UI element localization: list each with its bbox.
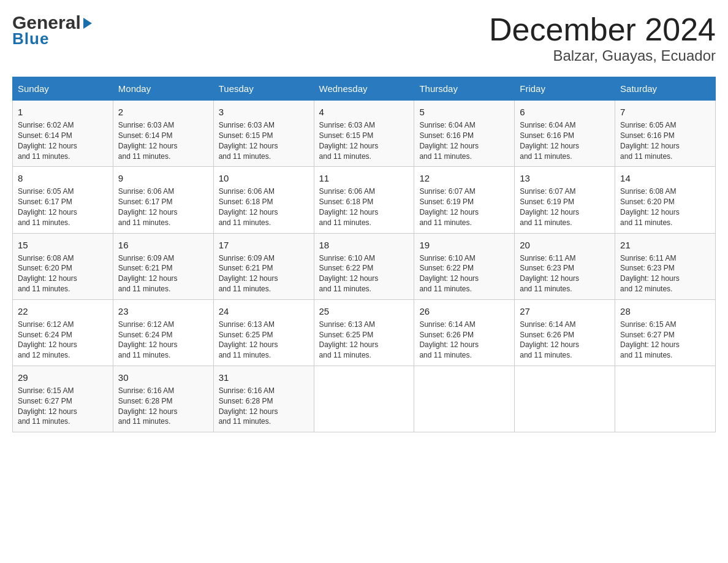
calendar-week-4: 22Sunrise: 6:12 AMSunset: 6:24 PMDayligh… xyxy=(13,299,716,366)
calendar-cell: 16Sunrise: 6:09 AMSunset: 6:21 PMDayligh… xyxy=(113,233,213,299)
header-wednesday: Wednesday xyxy=(314,77,414,101)
day-info: Sunrise: 6:16 AMSunset: 6:28 PMDaylight:… xyxy=(219,386,309,427)
calendar-cell: 26Sunrise: 6:14 AMSunset: 6:26 PMDayligh… xyxy=(414,299,515,366)
day-number: 29 xyxy=(18,371,108,384)
day-info: Sunrise: 6:03 AMSunset: 6:14 PMDaylight:… xyxy=(118,120,208,161)
day-number: 18 xyxy=(319,239,409,251)
day-info: Sunrise: 6:07 AMSunset: 6:19 PMDaylight:… xyxy=(520,186,610,228)
day-number: 7 xyxy=(620,105,710,118)
day-number: 2 xyxy=(118,105,208,118)
day-info: Sunrise: 6:13 AMSunset: 6:25 PMDaylight:… xyxy=(219,320,309,361)
day-number: 6 xyxy=(520,105,610,118)
day-info: Sunrise: 6:04 AMSunset: 6:16 PMDaylight:… xyxy=(419,120,509,161)
header-thursday: Thursday xyxy=(414,77,515,101)
calendar-cell: 6Sunrise: 6:04 AMSunset: 6:16 PMDaylight… xyxy=(515,101,615,167)
day-number: 20 xyxy=(520,239,610,251)
calendar-cell: 7Sunrise: 6:05 AMSunset: 6:16 PMDaylight… xyxy=(615,101,716,167)
header-monday: Monday xyxy=(113,77,213,101)
header-sunday: Sunday xyxy=(13,77,113,101)
calendar-week-2: 8Sunrise: 6:05 AMSunset: 6:17 PMDaylight… xyxy=(13,167,716,233)
day-info: Sunrise: 6:12 AMSunset: 6:24 PMDaylight:… xyxy=(118,320,208,361)
day-info: Sunrise: 6:11 AMSunset: 6:23 PMDaylight:… xyxy=(620,253,710,294)
day-info: Sunrise: 6:05 AMSunset: 6:17 PMDaylight:… xyxy=(18,186,108,228)
calendar-cell: 31Sunrise: 6:16 AMSunset: 6:28 PMDayligh… xyxy=(213,366,314,432)
day-info: Sunrise: 6:08 AMSunset: 6:20 PMDaylight:… xyxy=(620,186,710,228)
calendar-cell: 5Sunrise: 6:04 AMSunset: 6:16 PMDaylight… xyxy=(414,101,515,167)
calendar-cell: 2Sunrise: 6:03 AMSunset: 6:14 PMDaylight… xyxy=(113,101,213,167)
calendar-cell xyxy=(414,366,515,432)
location-title: Balzar, Guayas, Ecuador xyxy=(489,47,716,64)
calendar-week-3: 15Sunrise: 6:08 AMSunset: 6:20 PMDayligh… xyxy=(13,233,716,299)
calendar-cell: 14Sunrise: 6:08 AMSunset: 6:20 PMDayligh… xyxy=(615,167,716,233)
day-number: 14 xyxy=(620,172,710,185)
day-number: 19 xyxy=(419,239,509,251)
day-info: Sunrise: 6:10 AMSunset: 6:22 PMDaylight:… xyxy=(319,253,409,294)
day-info: Sunrise: 6:14 AMSunset: 6:26 PMDaylight:… xyxy=(419,320,509,361)
day-number: 13 xyxy=(520,172,610,185)
day-number: 1 xyxy=(18,105,108,118)
day-number: 3 xyxy=(219,105,309,118)
month-title: December 2024 xyxy=(489,12,716,47)
logo-blue-text: Blue xyxy=(12,29,92,48)
calendar-cell: 12Sunrise: 6:07 AMSunset: 6:19 PMDayligh… xyxy=(414,167,515,233)
day-info: Sunrise: 6:09 AMSunset: 6:21 PMDaylight:… xyxy=(118,253,208,294)
day-info: Sunrise: 6:14 AMSunset: 6:26 PMDaylight:… xyxy=(520,320,610,361)
calendar-cell: 23Sunrise: 6:12 AMSunset: 6:24 PMDayligh… xyxy=(113,299,213,366)
day-info: Sunrise: 6:10 AMSunset: 6:22 PMDaylight:… xyxy=(419,253,509,294)
calendar-week-1: 1Sunrise: 6:02 AMSunset: 6:14 PMDaylight… xyxy=(13,101,716,167)
calendar-header: Sunday Monday Tuesday Wednesday Thursday… xyxy=(13,77,716,101)
calendar-cell: 28Sunrise: 6:15 AMSunset: 6:27 PMDayligh… xyxy=(615,299,716,366)
day-number: 26 xyxy=(419,305,509,318)
calendar-cell xyxy=(314,366,414,432)
calendar-cell: 29Sunrise: 6:15 AMSunset: 6:27 PMDayligh… xyxy=(13,366,113,432)
day-info: Sunrise: 6:09 AMSunset: 6:21 PMDaylight:… xyxy=(219,253,309,294)
calendar-cell: 25Sunrise: 6:13 AMSunset: 6:25 PMDayligh… xyxy=(314,299,414,366)
calendar-cell: 19Sunrise: 6:10 AMSunset: 6:22 PMDayligh… xyxy=(414,233,515,299)
day-info: Sunrise: 6:04 AMSunset: 6:16 PMDaylight:… xyxy=(520,120,610,161)
calendar-cell xyxy=(615,366,716,432)
calendar-week-5: 29Sunrise: 6:15 AMSunset: 6:27 PMDayligh… xyxy=(13,366,716,432)
day-number: 17 xyxy=(219,239,309,251)
day-number: 10 xyxy=(219,172,309,185)
day-number: 30 xyxy=(118,371,208,384)
day-number: 28 xyxy=(620,305,710,318)
title-block: December 2024 Balzar, Guayas, Ecuador xyxy=(489,12,716,64)
calendar-cell: 1Sunrise: 6:02 AMSunset: 6:14 PMDaylight… xyxy=(13,101,113,167)
day-info: Sunrise: 6:15 AMSunset: 6:27 PMDaylight:… xyxy=(620,320,710,361)
day-number: 27 xyxy=(520,305,610,318)
calendar-cell: 9Sunrise: 6:06 AMSunset: 6:17 PMDaylight… xyxy=(113,167,213,233)
day-info: Sunrise: 6:02 AMSunset: 6:14 PMDaylight:… xyxy=(18,120,108,161)
day-number: 8 xyxy=(18,172,108,185)
day-info: Sunrise: 6:11 AMSunset: 6:23 PMDaylight:… xyxy=(520,253,610,294)
day-number: 23 xyxy=(118,305,208,318)
day-number: 5 xyxy=(419,105,509,118)
day-info: Sunrise: 6:03 AMSunset: 6:15 PMDaylight:… xyxy=(319,120,409,161)
day-info: Sunrise: 6:08 AMSunset: 6:20 PMDaylight:… xyxy=(18,253,108,294)
logo-arrow-icon xyxy=(83,18,92,29)
day-info: Sunrise: 6:12 AMSunset: 6:24 PMDaylight:… xyxy=(18,320,108,361)
day-number: 11 xyxy=(319,172,409,185)
day-number: 21 xyxy=(620,239,710,251)
day-number: 15 xyxy=(18,239,108,251)
day-info: Sunrise: 6:06 AMSunset: 6:17 PMDaylight:… xyxy=(118,186,208,228)
logo: General Blue xyxy=(12,12,92,48)
day-number: 4 xyxy=(319,105,409,118)
calendar-cell: 15Sunrise: 6:08 AMSunset: 6:20 PMDayligh… xyxy=(13,233,113,299)
header-friday: Friday xyxy=(515,77,615,101)
calendar-cell: 27Sunrise: 6:14 AMSunset: 6:26 PMDayligh… xyxy=(515,299,615,366)
day-number: 24 xyxy=(219,305,309,318)
calendar-cell: 4Sunrise: 6:03 AMSunset: 6:15 PMDaylight… xyxy=(314,101,414,167)
day-number: 16 xyxy=(118,239,208,251)
day-number: 12 xyxy=(419,172,509,185)
day-number: 9 xyxy=(118,172,208,185)
day-number: 31 xyxy=(219,371,309,384)
day-info: Sunrise: 6:15 AMSunset: 6:27 PMDaylight:… xyxy=(18,386,108,427)
header-row: Sunday Monday Tuesday Wednesday Thursday… xyxy=(13,77,716,101)
calendar-cell: 30Sunrise: 6:16 AMSunset: 6:28 PMDayligh… xyxy=(113,366,213,432)
day-number: 25 xyxy=(319,305,409,318)
day-info: Sunrise: 6:16 AMSunset: 6:28 PMDaylight:… xyxy=(118,386,208,427)
calendar-cell: 18Sunrise: 6:10 AMSunset: 6:22 PMDayligh… xyxy=(314,233,414,299)
calendar-cell: 17Sunrise: 6:09 AMSunset: 6:21 PMDayligh… xyxy=(213,233,314,299)
calendar-cell: 24Sunrise: 6:13 AMSunset: 6:25 PMDayligh… xyxy=(213,299,314,366)
calendar-cell xyxy=(515,366,615,432)
